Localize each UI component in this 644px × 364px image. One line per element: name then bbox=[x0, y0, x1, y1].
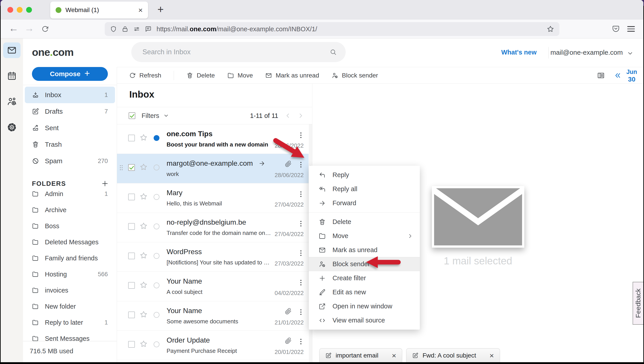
email-row[interactable]: Order Update Payment Purchase Receipt 20… bbox=[117, 331, 308, 360]
email-checkbox[interactable] bbox=[128, 135, 135, 141]
context-menu-item[interactable]: Open in new window bbox=[309, 299, 420, 313]
sidebar-mailbox-item[interactable]: Trash bbox=[23, 136, 117, 153]
kebab-menu-icon[interactable] bbox=[300, 338, 302, 345]
context-menu-item[interactable]: Mark as unread bbox=[309, 243, 420, 257]
filters-label[interactable]: Filters bbox=[142, 112, 159, 120]
email-row[interactable]: Mary Hello, this is Webmail 27/04/2022 bbox=[117, 183, 308, 213]
search-input[interactable] bbox=[142, 48, 330, 56]
close-draft-icon[interactable]: × bbox=[392, 352, 396, 359]
star-icon[interactable] bbox=[140, 252, 148, 259]
app-rail-item[interactable] bbox=[3, 120, 20, 135]
star-icon[interactable] bbox=[140, 340, 148, 348]
toolbar-button[interactable]: Mark as unread bbox=[265, 72, 319, 79]
email-row[interactable]: margot@one-example.com work 28/06/2022 bbox=[117, 154, 308, 183]
read-status-indicator[interactable] bbox=[154, 224, 160, 229]
draft-tab[interactable]: important email × bbox=[319, 348, 402, 362]
one-com-logo[interactable]: one.com bbox=[32, 46, 74, 58]
email-checkbox[interactable] bbox=[128, 312, 135, 318]
sidebar-folder-item[interactable]: Reply to later 1 bbox=[23, 314, 117, 330]
minimize-window-button[interactable] bbox=[17, 7, 22, 13]
close-window-button[interactable] bbox=[7, 7, 13, 13]
chevron-down-icon[interactable] bbox=[627, 50, 634, 57]
kebab-menu-icon[interactable] bbox=[300, 132, 302, 139]
permissions-icon[interactable] bbox=[133, 26, 140, 32]
forward-button[interactable]: → bbox=[24, 23, 34, 33]
whats-new-link[interactable]: What's new bbox=[501, 49, 536, 56]
sidebar-folder-item[interactable]: Sent Messages bbox=[23, 330, 117, 346]
read-status-indicator[interactable] bbox=[154, 282, 160, 288]
toolbar-button[interactable]: Delete bbox=[186, 72, 215, 79]
context-menu-item[interactable]: Delete bbox=[309, 215, 420, 229]
context-menu-item[interactable]: Move bbox=[309, 229, 420, 243]
sidebar-folder-item[interactable]: Boss bbox=[23, 218, 117, 234]
toolbar-button[interactable]: Refresh bbox=[129, 72, 161, 79]
search-icon[interactable] bbox=[330, 48, 337, 56]
new-tab-button[interactable]: + bbox=[158, 3, 164, 16]
context-menu-item[interactable]: Block sender bbox=[309, 257, 420, 271]
read-status-indicator[interactable] bbox=[154, 164, 160, 170]
read-status-indicator[interactable] bbox=[154, 253, 160, 259]
close-tab-icon[interactable]: × bbox=[138, 6, 143, 14]
kebab-menu-icon[interactable] bbox=[300, 220, 302, 227]
reload-icon[interactable] bbox=[41, 25, 49, 33]
email-checkbox[interactable] bbox=[128, 252, 135, 259]
email-row[interactable]: WordPress [Notifictions] Your site has u… bbox=[117, 242, 308, 272]
email-row[interactable]: Your Name A cool subject 04/02/2022 bbox=[117, 272, 308, 301]
reading-pane-icon[interactable] bbox=[597, 72, 605, 80]
lock-icon[interactable] bbox=[122, 26, 128, 32]
email-checkbox[interactable] bbox=[128, 194, 135, 200]
chevron-down-icon[interactable] bbox=[163, 113, 169, 118]
sidebar-folder-item[interactable]: Archive bbox=[23, 202, 117, 218]
kebab-menu-icon[interactable] bbox=[300, 250, 302, 257]
sidebar-folder-item[interactable]: Admin 1 bbox=[23, 186, 117, 202]
next-page-icon[interactable] bbox=[298, 112, 304, 119]
calendar-date-button[interactable]: Jun 30 bbox=[626, 68, 637, 83]
email-row[interactable]: Your Name Some awesome documents 21/01/2… bbox=[117, 301, 308, 331]
read-status-indicator[interactable] bbox=[154, 135, 160, 141]
star-icon[interactable] bbox=[140, 193, 148, 200]
search-bar[interactable] bbox=[131, 42, 346, 62]
sidebar-mailbox-item[interactable]: Sent bbox=[23, 120, 117, 136]
sidebar-folder-item[interactable]: Hosting 566 bbox=[23, 266, 117, 282]
toolbar-button[interactable]: Move bbox=[227, 72, 253, 79]
sidebar-folder-item[interactable]: New folder bbox=[23, 298, 117, 314]
context-menu-item[interactable]: Reply bbox=[309, 168, 420, 182]
sidebar-folder-item[interactable]: Deleted Messages bbox=[23, 234, 117, 250]
email-checkbox[interactable] bbox=[128, 223, 135, 230]
context-menu-item[interactable]: Forward bbox=[309, 196, 420, 210]
collapse-calendar-icon[interactable] bbox=[614, 72, 622, 79]
sidebar-mailbox-item[interactable]: Inbox 1 bbox=[25, 87, 115, 103]
email-checkbox[interactable] bbox=[128, 164, 135, 171]
context-menu-item[interactable]: Create filter bbox=[309, 271, 420, 285]
drag-handle-icon[interactable] bbox=[120, 164, 123, 171]
kebab-menu-icon[interactable] bbox=[300, 308, 302, 316]
sidebar-mailbox-item[interactable]: Drafts 7 bbox=[23, 103, 117, 120]
context-menu-item[interactable]: Reply all bbox=[309, 182, 420, 196]
context-menu-item[interactable]: View email source bbox=[309, 313, 420, 328]
email-checkbox[interactable] bbox=[128, 282, 135, 289]
read-status-indicator[interactable] bbox=[154, 342, 160, 347]
sidebar-folder-item[interactable]: Family and friends bbox=[23, 250, 117, 266]
app-rail-item[interactable] bbox=[3, 94, 20, 110]
read-status-indicator[interactable] bbox=[154, 194, 160, 200]
sidebar-folder-item[interactable]: invoices bbox=[23, 282, 117, 298]
app-rail-item[interactable] bbox=[3, 68, 20, 84]
page-actions-icon[interactable] bbox=[145, 26, 152, 32]
read-status-indicator[interactable] bbox=[154, 312, 160, 318]
pocket-icon[interactable] bbox=[612, 25, 620, 32]
star-icon[interactable] bbox=[140, 222, 148, 230]
star-icon[interactable] bbox=[140, 281, 148, 289]
close-draft-icon[interactable]: × bbox=[490, 352, 494, 359]
star-icon[interactable] bbox=[140, 311, 148, 318]
browser-tab[interactable]: Webmail (1) × bbox=[50, 2, 148, 18]
kebab-menu-icon[interactable] bbox=[300, 190, 302, 198]
kebab-menu-icon[interactable] bbox=[300, 279, 302, 286]
bookmark-star-icon[interactable] bbox=[547, 26, 554, 32]
sidebar-mailbox-item[interactable]: Spam 270 bbox=[23, 153, 117, 169]
url-bar[interactable]: https://mail.one.com/mail@one-example.co… bbox=[105, 22, 559, 36]
email-checkbox[interactable] bbox=[128, 341, 135, 348]
select-all-checkbox[interactable] bbox=[128, 112, 135, 119]
feedback-tab[interactable]: Feedback bbox=[632, 282, 643, 325]
menu-hamburger-icon[interactable] bbox=[627, 26, 635, 32]
compose-button[interactable]: Compose+ bbox=[32, 67, 108, 81]
